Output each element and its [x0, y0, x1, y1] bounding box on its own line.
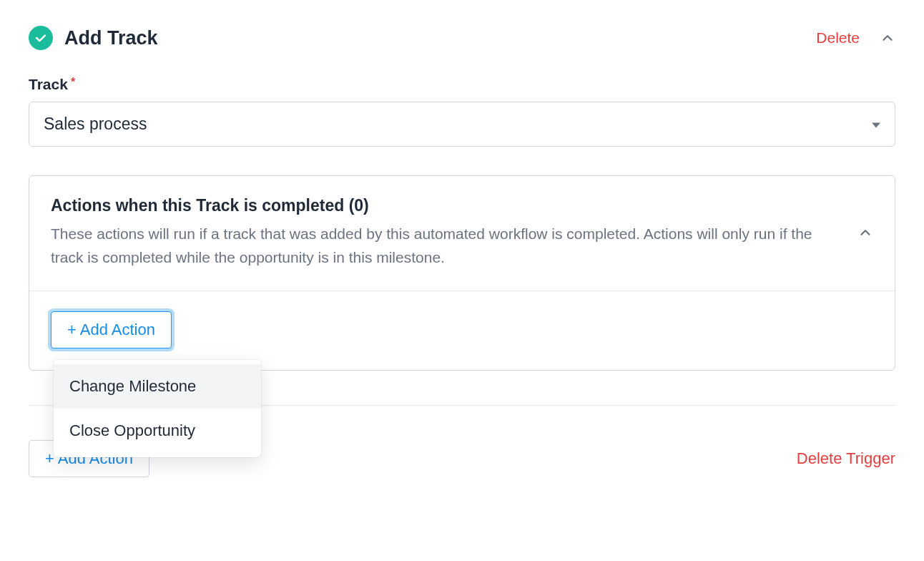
- checkmark-icon: [29, 26, 53, 50]
- panel-title: Actions when this Track is completed (0): [51, 196, 840, 215]
- panel-description: These actions will run if a track that w…: [51, 223, 840, 269]
- track-field-label: Track*: [29, 76, 895, 93]
- delete-trigger-link[interactable]: Delete Trigger: [797, 449, 895, 468]
- menu-item-close-opportunity[interactable]: Close Opportunity: [54, 409, 261, 453]
- section-header: Add Track Delete: [29, 26, 895, 50]
- panel-header: Actions when this Track is completed (0)…: [29, 176, 895, 291]
- required-asterisk: *: [71, 76, 75, 88]
- section-title: Add Track: [64, 27, 158, 49]
- menu-item-change-milestone[interactable]: Change Milestone: [54, 364, 261, 409]
- add-action-dropdown: Change Milestone Close Opportunity: [54, 360, 261, 457]
- actions-when-completed-panel: Actions when this Track is completed (0)…: [29, 175, 895, 371]
- track-select-value: Sales process: [44, 114, 147, 134]
- header-left: Add Track: [29, 26, 158, 50]
- collapse-toggle[interactable]: [880, 30, 895, 46]
- header-actions: Delete: [816, 29, 895, 47]
- track-select[interactable]: Sales process: [29, 102, 895, 147]
- panel-body: + Add Action Change Milestone Close Oppo…: [29, 291, 895, 370]
- panel-collapse-toggle[interactable]: [857, 225, 873, 240]
- add-action-button[interactable]: + Add Action: [51, 311, 172, 348]
- caret-down-icon: [872, 114, 880, 134]
- delete-link[interactable]: Delete: [816, 29, 860, 47]
